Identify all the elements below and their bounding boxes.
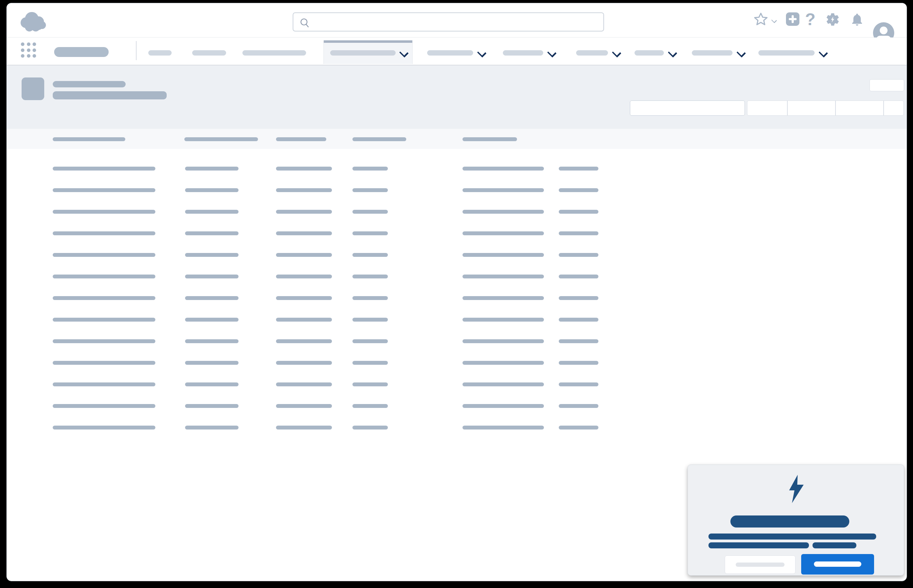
table-cell-placeholder: [276, 404, 332, 408]
table-cell-placeholder: [559, 318, 598, 321]
table-cell-placeholder: [276, 231, 332, 235]
table-cell-placeholder: [53, 210, 155, 214]
nav-tab-placeholder[interactable]: [503, 50, 543, 55]
table-cell-placeholder: [185, 275, 239, 278]
table-cell-placeholder: [276, 361, 332, 365]
add-icon[interactable]: [786, 12, 800, 26]
table-cell-placeholder: [276, 339, 332, 343]
table-cell-placeholder: [185, 253, 239, 257]
chevron-down-icon[interactable]: [737, 48, 746, 58]
table-column-header-row: [7, 129, 907, 149]
table-cell-placeholder: [352, 275, 388, 278]
lightning-bolt-icon: [787, 475, 805, 503]
chevron-down-icon[interactable]: [547, 48, 557, 58]
search-icon: [299, 17, 310, 28]
table-cell-placeholder: [352, 383, 388, 386]
nav-tab-placeholder[interactable]: [192, 50, 226, 55]
popup-primary-button[interactable]: [801, 554, 874, 575]
app-launcher-waffle-icon[interactable]: [21, 42, 36, 58]
global-header: ?: [7, 3, 907, 37]
chevron-down-icon[interactable]: [612, 48, 621, 58]
table-cell-placeholder: [53, 231, 155, 235]
table-cell-placeholder: [559, 253, 598, 257]
nav-tab-placeholder[interactable]: [576, 50, 608, 55]
table-cell-placeholder: [352, 253, 388, 257]
popup-dismiss-button[interactable]: [725, 556, 795, 574]
table-cell-placeholder: [276, 296, 332, 300]
table-cell-placeholder: [352, 426, 388, 430]
table-cell-placeholder: [462, 210, 544, 214]
avatar-head-glyph: [880, 26, 887, 34]
table-cell-placeholder: [53, 318, 155, 321]
table-cell-placeholder: [559, 361, 598, 365]
table-cell-placeholder: [53, 253, 155, 257]
table-cell-placeholder: [276, 318, 332, 321]
help-icon[interactable]: ?: [805, 11, 815, 28]
table-cell-placeholder: [53, 166, 155, 171]
page-subtitle-placeholder: [53, 91, 166, 99]
table-cell-placeholder: [352, 361, 388, 365]
nav-tab-placeholder[interactable]: [635, 50, 664, 55]
table-cell-placeholder: [559, 231, 598, 235]
table-cell-placeholder: [462, 339, 544, 343]
list-search-input[interactable]: [630, 100, 745, 116]
table-cell-placeholder: [53, 275, 155, 278]
table-cell-placeholder: [185, 361, 239, 365]
popup-line-placeholder: [813, 542, 856, 548]
table-cell-placeholder: [462, 361, 544, 365]
table-cell-placeholder: [352, 166, 388, 171]
table-cell-placeholder: [559, 188, 598, 192]
button-group-divider: [883, 101, 884, 115]
table-cell-placeholder: [53, 188, 155, 192]
table-cell-placeholder: [462, 426, 544, 430]
table-cell-placeholder: [559, 296, 598, 300]
table-cell-placeholder: [352, 188, 388, 192]
table-cell-placeholder: [352, 339, 388, 343]
setup-gear-icon[interactable]: [825, 12, 840, 27]
table-cell-placeholder: [559, 339, 598, 343]
nav-tab-placeholder[interactable]: [148, 50, 171, 55]
table-cell-placeholder: [185, 231, 239, 235]
nav-tab-placeholder[interactable]: [758, 50, 814, 55]
popup-title-placeholder: [730, 515, 849, 528]
button-group-divider: [787, 101, 788, 115]
favorites-star-icon[interactable]: [753, 12, 769, 27]
nav-tab-placeholder[interactable]: [242, 50, 306, 55]
list-action-button-group[interactable]: [747, 100, 904, 116]
column-header-placeholder: [276, 137, 326, 141]
column-header-placeholder: [184, 137, 258, 141]
table-cell-placeholder: [352, 210, 388, 214]
app-name-placeholder: [54, 47, 109, 57]
table-cell-placeholder: [462, 188, 544, 192]
salesforce-cloud-logo: [17, 10, 49, 33]
header-mini-button[interactable]: [869, 79, 904, 91]
chevron-down-icon[interactable]: [668, 48, 677, 58]
table-cell-placeholder: [276, 426, 332, 430]
table-cell-placeholder: [53, 361, 155, 365]
button-group-divider: [835, 101, 836, 115]
chevron-down-icon[interactable]: [477, 48, 486, 58]
table-cell-placeholder: [276, 253, 332, 257]
table-cell-placeholder: [462, 296, 544, 300]
chevron-down-icon[interactable]: [771, 17, 777, 23]
table-cell-placeholder: [462, 275, 544, 278]
page-header: [7, 65, 907, 129]
column-header-placeholder: [352, 137, 406, 141]
table-cell-placeholder: [559, 383, 598, 386]
notifications-bell-icon[interactable]: [850, 12, 865, 27]
table-cell-placeholder: [276, 275, 332, 278]
nav-tab-placeholder[interactable]: [427, 50, 473, 55]
app-navigation-bar: [7, 37, 907, 65]
table-cell-placeholder: [462, 231, 544, 235]
column-header-placeholder: [53, 137, 125, 141]
table-cell-placeholder: [352, 231, 388, 235]
table-body: [7, 149, 907, 467]
table-cell-placeholder: [185, 210, 239, 214]
nav-tab-placeholder[interactable]: [692, 50, 732, 55]
active-tab-loading-indicator: [324, 40, 412, 43]
search-input[interactable]: [313, 15, 598, 30]
table-cell-placeholder: [53, 296, 155, 300]
table-cell-placeholder: [462, 166, 544, 171]
screenshot-stage: ?: [0, 0, 913, 588]
chevron-down-icon[interactable]: [819, 48, 828, 58]
